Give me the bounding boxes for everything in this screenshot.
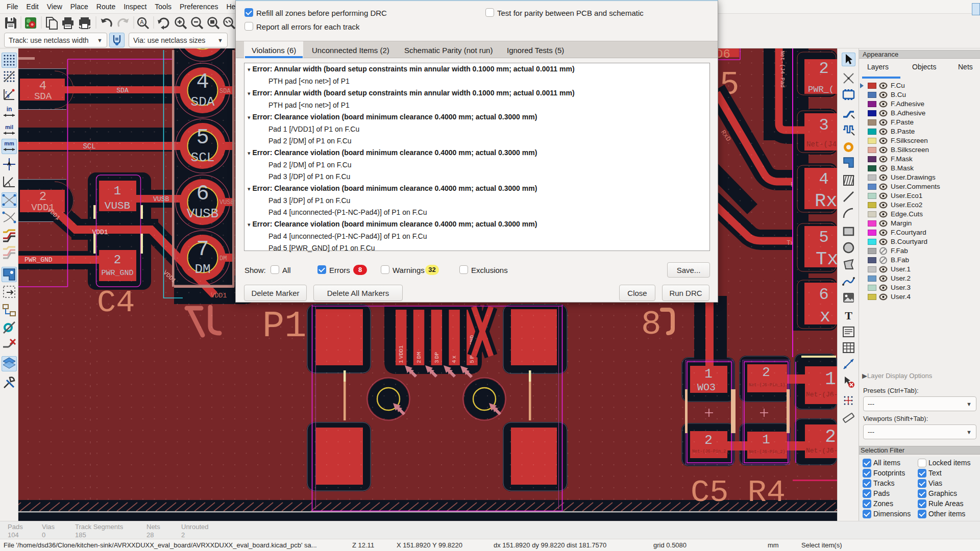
svg-text:in: in: [7, 106, 12, 113]
svg-text:A: A: [140, 19, 144, 25]
svg-text:T: T: [845, 309, 852, 322]
svg-text:θ: θ: [7, 94, 10, 99]
svg-text:mil: mil: [5, 124, 13, 130]
svg-text:mm: mm: [4, 140, 14, 146]
